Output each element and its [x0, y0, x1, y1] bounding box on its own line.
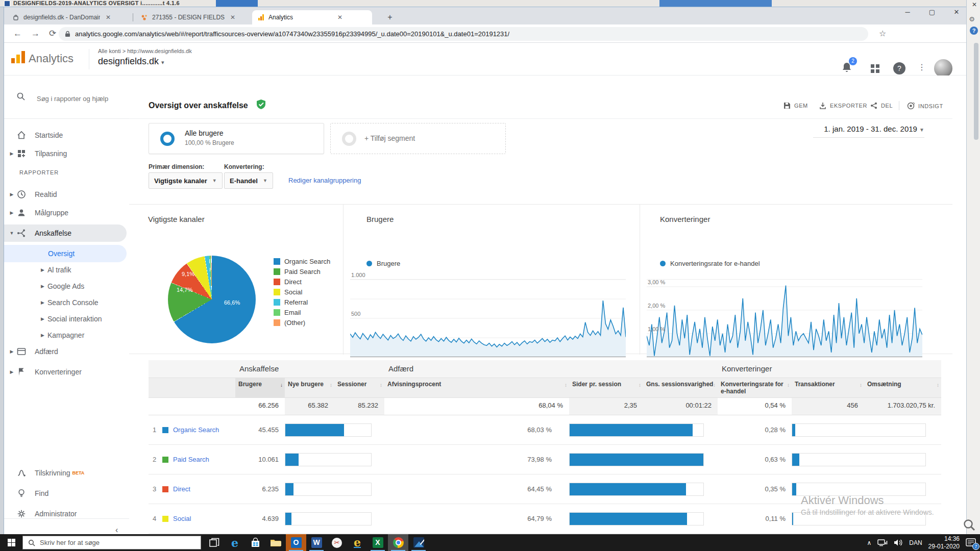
taskbar-chrome[interactable] — [388, 534, 408, 551]
column-header-sider-pr-session[interactable]: Sider pr. session↕ — [569, 378, 643, 398]
sidebar-item-administrator[interactable]: Administrator — [4, 505, 129, 522]
volume-icon[interactable] — [894, 539, 903, 546]
sidebar-item-tilskrivning[interactable]: TilskrivningBETA — [4, 464, 129, 482]
primary-dimension-dropdown[interactable]: Vigtigste kanaler▼ — [149, 172, 223, 189]
bar-fill — [285, 513, 291, 525]
taskbar-outlook[interactable]: O — [286, 534, 306, 551]
taskbar-internet-explorer[interactable]: e — [347, 534, 368, 551]
segment-ring-icon — [160, 132, 175, 146]
tab-close-icon[interactable]: ✕ — [336, 13, 344, 21]
save-button[interactable]: GEM — [783, 102, 808, 109]
taskbar-snipping-tool[interactable]: ✂ — [327, 534, 347, 551]
sidebar-item-al-trafik[interactable]: ▶Al trafik — [4, 261, 129, 279]
conversions-series-legend[interactable]: Konverteringsrate for e-handel — [660, 260, 760, 267]
sidebar-item-m-lgruppe[interactable]: ▶Målgruppe — [4, 204, 129, 221]
tab-close-icon[interactable]: ✕ — [104, 13, 112, 21]
address-bar[interactable]: analytics.google.com/analytics/web/#/rep… — [59, 27, 868, 41]
taskbar-task-view[interactable] — [204, 534, 225, 551]
column-header-brugere[interactable]: Brugere↓ — [235, 378, 285, 398]
clock-time: 14:36 — [928, 535, 960, 543]
taskbar-store[interactable] — [245, 534, 265, 551]
channel-link[interactable]: Organic Search — [173, 426, 219, 434]
sidebar-item-startside[interactable]: Startside — [4, 127, 129, 144]
channel-link[interactable]: Paid Search — [173, 456, 209, 463]
sidebar-item-google-ads[interactable]: ▶Google Ads — [4, 278, 129, 295]
column-header-transaktioner[interactable]: Transaktioner↕ — [792, 378, 864, 398]
table-row[interactable]: 1Organic Search45.45568,03 %0,28 % — [149, 415, 941, 445]
channel-link[interactable]: Social — [173, 515, 191, 522]
insight-button[interactable]: INDSIGT — [907, 102, 943, 110]
sidebar-item-oversigt[interactable]: Oversigt — [4, 245, 127, 262]
tab-design-fields[interactable]: 271355 - DESIGN FIELDS ✕ — [136, 10, 251, 24]
conversion-line-chart[interactable] — [647, 279, 922, 357]
background-close-icon[interactable]: ✕ — [972, 1, 977, 8]
help-icon[interactable]: ? — [893, 62, 905, 74]
taskbar-word[interactable]: W — [306, 534, 327, 551]
column-header-konverteringsrate-for-e-handel[interactable]: Konverteringsrate for e-handel↕ — [718, 378, 792, 398]
network-icon[interactable] — [877, 539, 888, 546]
magnifier-overlay-icon[interactable] — [963, 518, 976, 532]
sidebar-search[interactable]: Søg i rapporter og hjælp — [4, 90, 129, 108]
background-help-icon[interactable]: ? — [970, 27, 978, 35]
column-header-afvisningsprocent[interactable]: Afvisningsprocent↕ — [384, 378, 569, 398]
taskbar-search[interactable]: Skriv her for at søge — [22, 536, 201, 549]
sidebar-item-kampagner[interactable]: ▶Kampagner — [4, 327, 129, 344]
action-center-icon[interactable]: 7 — [966, 538, 977, 547]
close-button[interactable]: ✕ — [952, 8, 961, 16]
account-selector[interactable]: designfields.dk ▾ — [98, 56, 164, 67]
segment-card-all-users[interactable]: Alle brugere 100,00 % Brugere — [149, 123, 324, 154]
users-line-chart[interactable] — [350, 279, 626, 357]
sidebar-item-label: Adfærd — [35, 347, 58, 356]
sidebar-collapse-icon[interactable]: ‹ — [115, 525, 118, 534]
apps-grid-icon[interactable] — [871, 64, 879, 73]
tab-close-icon[interactable]: ✕ — [229, 13, 237, 21]
export-button[interactable]: EKSPORTER — [819, 102, 867, 109]
start-button[interactable] — [0, 534, 22, 551]
language-indicator[interactable]: DAN — [909, 539, 922, 546]
edit-channel-grouping-link[interactable]: Rediger kanalgruppering — [288, 177, 361, 184]
insight-icon — [907, 102, 915, 110]
taskbar-excel[interactable]: X — [368, 534, 388, 551]
minimize-button[interactable]: ─ — [903, 8, 912, 16]
sidebar-item-anskaffelse[interactable]: ▼Anskaffelse — [4, 224, 127, 242]
channel-link[interactable]: Direct — [173, 485, 190, 493]
maximize-button[interactable]: ▢ — [927, 8, 937, 16]
reload-button[interactable]: ⟳ — [49, 28, 56, 39]
date-range-selector[interactable]: 1. jan. 2019 - 31. dec. 2019 ▼ — [813, 124, 924, 138]
conversion-dropdown[interactable]: E-handel▼ — [224, 172, 273, 189]
bookmark-star-icon[interactable]: ☆ — [879, 29, 886, 38]
sidebar-item-social-interaktion[interactable]: ▶Social interaktion — [4, 310, 129, 328]
tab-dandomain[interactable]: designfields.dk - DanDomain We ✕ — [7, 10, 130, 24]
column-header-oms-tning[interactable]: Omsætning↕ — [864, 378, 941, 398]
new-tab-button[interactable]: + — [384, 12, 396, 23]
sidebar-item-konverteringer[interactable]: ▶Konverteringer — [4, 363, 129, 381]
taskbar-edge[interactable]: e — [225, 534, 245, 551]
breadcrumb[interactable]: Alle konti > http://www.designfields.dk — [98, 48, 192, 54]
taskbar-file-explorer[interactable] — [265, 534, 286, 551]
sidebar-item-find[interactable]: Find — [4, 485, 129, 502]
column-header-gns-sessionsvarighed[interactable]: Gns. sessionsvarighed↕ — [643, 378, 718, 398]
sidebar-item-tilpasning[interactable]: ▶Tilpasning — [4, 145, 129, 162]
background-scrollbar[interactable] — [974, 43, 978, 140]
column-header-sessioner[interactable]: Sessioner↕ — [334, 378, 384, 398]
home-icon — [16, 130, 27, 140]
header-menu-icon[interactable]: ⋮ — [918, 62, 926, 72]
sidebar-item-search-console[interactable]: ▶Search Console — [4, 294, 129, 311]
taskbar-clock[interactable]: 14:36 29-01-2020 — [928, 535, 960, 550]
sidebar-item-adf-rd[interactable]: ▶Adfærd — [4, 343, 129, 360]
column-header-nye-brugere[interactable]: Nye brugere↕ — [285, 378, 334, 398]
add-segment-card[interactable]: + Tilføj segment — [330, 123, 506, 154]
background-gear-icon[interactable]: ⚙ — [969, 15, 975, 23]
forward-button[interactable]: → — [31, 29, 40, 39]
back-button[interactable]: ← — [13, 29, 22, 39]
share-button[interactable]: DEL — [870, 102, 893, 109]
table-row[interactable]: 2Paid Search10.06173,98 %0,63 % — [149, 445, 941, 474]
user-avatar[interactable] — [934, 59, 952, 78]
sidebar-item-realtid[interactable]: ▶Realtid — [4, 186, 129, 203]
store-icon — [251, 538, 260, 548]
tray-chevron-icon[interactable]: ∧ — [867, 539, 871, 546]
taskbar-photos[interactable] — [408, 534, 429, 551]
tab-analytics-active[interactable]: Analytics ✕ — [252, 10, 372, 24]
channels-pie-chart[interactable] — [168, 256, 256, 343]
users-series-legend[interactable]: Brugere — [366, 260, 400, 267]
